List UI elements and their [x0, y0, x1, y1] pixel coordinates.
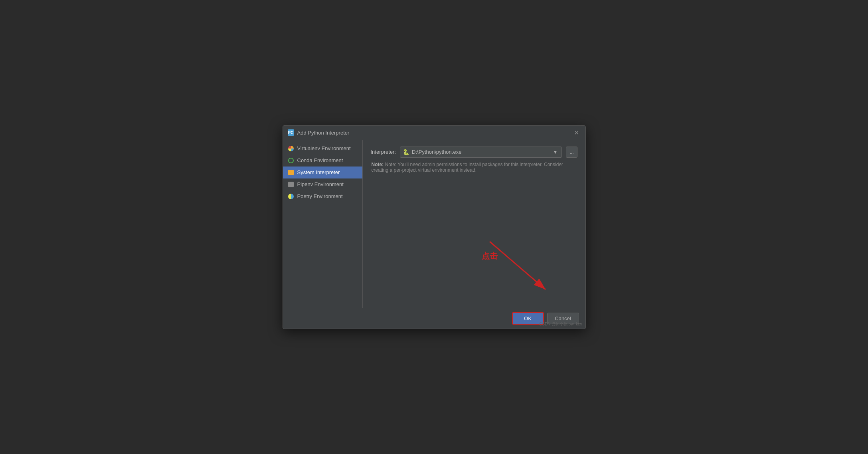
sidebar-item-poetry[interactable]: Poetry Environment [283, 190, 362, 202]
dialog-body: Virtualenv Environment Conda Environment… [283, 140, 585, 308]
interpreter-dropdown-button[interactable]: ▼ [552, 149, 560, 155]
dialog-footer: OK Cancel CSDN @帅小伙low_key [283, 308, 585, 329]
click-annotation: 点击 [482, 251, 498, 262]
sidebar-item-pipenv[interactable]: Pipenv Environment [283, 178, 362, 190]
main-area: 点击 [371, 179, 577, 301]
interpreter-input[interactable] [412, 149, 549, 155]
poetry-icon [288, 193, 294, 200]
arrow-annotation [458, 230, 577, 301]
conda-icon [288, 157, 294, 164]
virtualenv-icon [288, 145, 294, 152]
sidebar: Virtualenv Environment Conda Environment… [283, 140, 363, 308]
interpreter-label: Interpreter: [371, 149, 396, 155]
sidebar-item-label: Virtualenv Environment [297, 145, 351, 151]
sidebar-item-label: Poetry Environment [297, 193, 343, 199]
main-content: Interpreter: 🐍 ▼ ... Note: Note: You'll … [363, 140, 585, 308]
interpreter-browse-button[interactable]: ... [566, 147, 577, 158]
close-button[interactable]: ✕ [573, 129, 581, 137]
sidebar-item-virtualenv[interactable]: Virtualenv Environment [283, 143, 362, 155]
svg-line-1 [490, 242, 546, 289]
sidebar-item-label: Conda Environment [297, 157, 343, 163]
watermark: CSDN @帅小伙low_key [539, 321, 582, 327]
arrow-svg [458, 230, 577, 301]
app-icon: PC [288, 129, 294, 136]
system-icon [288, 169, 294, 176]
python-icon: 🐍 [403, 149, 409, 155]
title-bar: PC Add Python Interpreter ✕ [283, 126, 585, 140]
sidebar-item-label: System Interpreter [297, 169, 340, 175]
add-python-interpreter-dialog: PC Add Python Interpreter ✕ Virtualenv E… [283, 125, 586, 329]
pipenv-icon [288, 181, 294, 188]
sidebar-item-conda[interactable]: Conda Environment [283, 155, 362, 167]
interpreter-row: Interpreter: 🐍 ▼ ... [371, 147, 577, 158]
sidebar-item-label: Pipenv Environment [297, 181, 344, 187]
note-text: Note: Note: You'll need admin permission… [371, 162, 577, 173]
interpreter-input-wrap: 🐍 ▼ [400, 147, 562, 158]
sidebar-item-system[interactable]: System Interpreter [283, 167, 362, 178]
dialog-title: Add Python Interpreter [297, 130, 573, 136]
